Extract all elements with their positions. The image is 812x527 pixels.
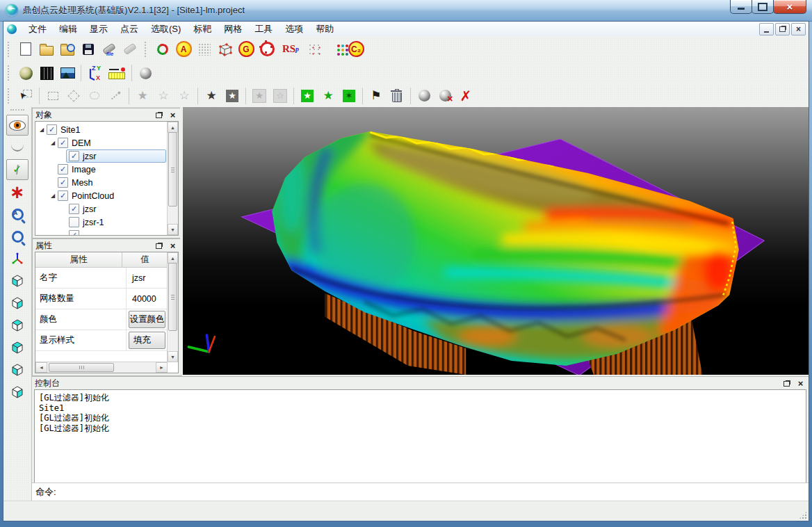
tree-row-jzsr-2[interactable]: ✓jzsr	[37, 202, 168, 216]
checkbox[interactable]	[69, 217, 79, 227]
register-button[interactable]	[152, 39, 173, 60]
target-g-button[interactable]: G	[236, 39, 257, 60]
properties-vscrollbar[interactable]: ▲ ▼	[167, 252, 178, 362]
scroll-up-icon[interactable]: ▲	[168, 122, 178, 133]
console-close-button[interactable]: ×	[795, 378, 806, 389]
star-tool-2-button[interactable]	[153, 86, 174, 106]
star-square-gray-2-button[interactable]: ☆	[270, 86, 291, 106]
expander-icon[interactable]: ◢	[38, 127, 45, 133]
eye-button[interactable]	[6, 115, 29, 136]
lasso-select-button[interactable]	[84, 86, 105, 106]
star-tool-1-button[interactable]	[132, 86, 153, 106]
zoom-text-button[interactable]	[6, 204, 29, 225]
flag-button[interactable]	[366, 86, 387, 106]
view-cube-4-button[interactable]	[6, 337, 29, 358]
tree-row-site1[interactable]: ◢✓Site1	[37, 123, 168, 136]
mesh-sphere-button[interactable]	[15, 63, 36, 83]
title-bar[interactable]: 鼎创点云处理系统(基础版)V2.1.1[32] - [Site1]-lm.pro…	[0, 0, 812, 22]
tree-scrollbar[interactable]: ▲ ▼	[167, 122, 178, 235]
display-style-dropdown[interactable]: 填充	[129, 332, 165, 349]
new-file-button[interactable]	[15, 39, 36, 60]
objects-panel-header[interactable]: 对象 ×	[33, 108, 181, 121]
menu-display[interactable]: 显示	[83, 22, 114, 36]
set-color-button[interactable]: 设置颜色	[129, 311, 165, 328]
mdi-restore-button[interactable]	[775, 23, 790, 35]
polygon-select-button[interactable]	[63, 86, 84, 106]
target-c2-button[interactable]: C₂	[346, 39, 366, 60]
cube-targets-button[interactable]	[215, 39, 236, 60]
view-cube-5-button[interactable]	[6, 359, 29, 380]
open-button[interactable]	[36, 39, 57, 60]
menu-options[interactable]: 选项	[279, 22, 309, 36]
scatter-button[interactable]	[304, 39, 325, 60]
delete-button[interactable]	[455, 86, 476, 106]
select-arrow-button[interactable]	[15, 86, 36, 106]
axes-zyx-button[interactable]: Z Y X	[84, 63, 105, 83]
rect-select-button[interactable]	[42, 86, 63, 106]
objects-float-button[interactable]	[153, 110, 165, 121]
sphere-tool-button[interactable]	[414, 86, 435, 106]
checkbox[interactable]: ✓	[58, 190, 68, 201]
viewport-3d[interactable]	[183, 107, 809, 375]
scroll-left-icon[interactable]: ◄	[35, 362, 47, 373]
tree-row-pointcloud[interactable]: ◢✓PointCloud	[37, 189, 168, 202]
scrollbar-thumb[interactable]	[49, 363, 114, 372]
resize-grip[interactable]	[799, 511, 807, 519]
checkbox[interactable]: ✓	[69, 151, 79, 161]
console-panel-header[interactable]: 控制台 ×	[32, 377, 809, 389]
star-square-dark-button[interactable]: ★	[222, 86, 243, 106]
red-asterisk-button[interactable]	[6, 181, 29, 202]
sphere-delete-button[interactable]	[435, 86, 455, 106]
checkbox[interactable]: ✓	[47, 124, 57, 135]
star-square-gray-button[interactable]: ★	[249, 86, 270, 106]
color-grid-button[interactable]	[325, 39, 346, 60]
checkbox[interactable]: ✓	[58, 177, 68, 188]
menu-target[interactable]: 标靶	[187, 22, 218, 36]
property-value[interactable]: 40000	[127, 289, 168, 309]
toolbar-drag-handle[interactable]	[145, 42, 149, 57]
tree-row-image[interactable]: ✓Image	[37, 163, 168, 176]
maximize-button[interactable]	[752, 0, 774, 14]
square-green-pattern-button[interactable]: ✶	[339, 86, 359, 106]
zoom-button[interactable]	[6, 226, 29, 247]
search-project-button[interactable]	[57, 39, 78, 60]
minimize-button[interactable]	[730, 0, 752, 14]
pick-tool-button[interactable]	[120, 39, 140, 60]
tree-row-jzsr-1[interactable]: jzsr-1	[37, 216, 168, 229]
view-cube-6-button[interactable]	[6, 382, 29, 403]
menu-edit[interactable]: 编辑	[53, 22, 83, 36]
save-button[interactable]	[78, 39, 99, 60]
dots-pattern-button[interactable]	[194, 39, 215, 60]
line-select-button[interactable]	[105, 86, 126, 106]
checkbox[interactable]: ✓	[58, 164, 68, 175]
view-cube-1-button[interactable]	[6, 270, 29, 291]
toolbar-drag-handle[interactable]	[8, 88, 12, 104]
star-tool-3-button[interactable]	[174, 86, 195, 106]
properties-float-button[interactable]	[153, 241, 165, 252]
measure-button[interactable]	[105, 63, 129, 83]
mdi-minimize-button[interactable]	[759, 23, 774, 35]
menu-help[interactable]: 帮助	[309, 22, 340, 36]
toolbar-drag-handle[interactable]	[10, 109, 24, 113]
objects-close-button[interactable]: ×	[167, 110, 179, 121]
close-button[interactable]: ×	[773, 0, 806, 14]
pick-check-button[interactable]	[6, 159, 29, 180]
tree-row-mesh[interactable]: ✓Mesh	[37, 176, 168, 189]
star-square-green-button[interactable]: ★	[297, 86, 318, 106]
menu-mesh[interactable]: 网格	[218, 22, 248, 36]
properties-panel-header[interactable]: 属性 ×	[33, 239, 181, 252]
scrollbar-thumb[interactable]	[168, 263, 177, 331]
menu-file[interactable]: 文件	[22, 22, 53, 36]
tree-row-partial[interactable]: ✓	[37, 229, 168, 235]
target-ring-button[interactable]	[257, 39, 277, 60]
scroll-up-icon[interactable]: ▲	[168, 252, 178, 264]
menu-select[interactable]: 选取(S)	[145, 22, 187, 36]
toolbar-drag-handle[interactable]	[8, 65, 12, 81]
mdi-close-button[interactable]: ×	[791, 23, 806, 35]
menu-tools[interactable]: 工具	[248, 22, 279, 36]
resection-button[interactable]: RSp	[277, 39, 304, 60]
checkbox[interactable]: ✓	[69, 204, 79, 214]
property-value[interactable]: jzsr	[127, 268, 168, 288]
trash-button[interactable]	[387, 86, 407, 106]
scroll-right-icon[interactable]: ►	[156, 362, 168, 373]
